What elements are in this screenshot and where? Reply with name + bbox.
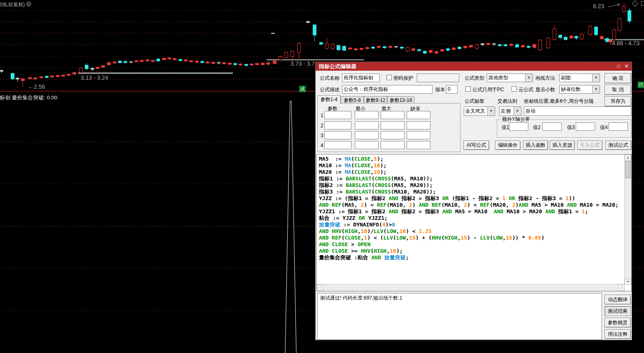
code-token: AND [442, 208, 452, 215]
code-token: BARSLAST [346, 189, 372, 195]
dropdown-arrow-icon[interactable]: ▼ [514, 107, 521, 115]
minimize-button[interactable]: □ [616, 63, 622, 69]
formula-tag-select[interactable]: 金叉死叉 ▼ [464, 106, 495, 116]
test-result-box: 测试通过! 代码长度:697,输出线个数:1 [317, 293, 602, 340]
param-input[interactable] [355, 111, 379, 119]
insert-resource-button[interactable]: 插入资源 [550, 141, 575, 150]
code-token: MA5 > MA10 [528, 202, 567, 208]
scroll-down-icon[interactable]: ▼ [625, 279, 631, 285]
code-token: AND [319, 241, 328, 247]
code-token: 指标2 := [319, 182, 346, 188]
code-token: ) - [467, 235, 480, 241]
password-protect-checkbox[interactable] [386, 75, 392, 80]
code-token: 20 [374, 169, 380, 175]
code-editor[interactable]: MA5 := MA(CLOSE,5);MA10 := MA(CLOSE,10);… [316, 154, 632, 291]
param-input[interactable] [355, 141, 379, 149]
formula-desc-input[interactable]: 公众号：程序化指标 [342, 85, 432, 94]
code-token: CLOSE [332, 248, 348, 254]
param-row-number: 2 [321, 123, 323, 129]
value3-input[interactable] [576, 122, 595, 131]
extra-y-legend: 额外Y轴分界 [501, 117, 531, 122]
param-input[interactable] [324, 131, 351, 139]
code-text[interactable]: MA5 := MA(CLOSE,5);MA10 := MA(CLOSE,10);… [319, 156, 618, 261]
close-button[interactable]: ✕ [623, 63, 630, 69]
param-input[interactable] [407, 111, 430, 119]
param-input[interactable] [407, 121, 430, 129]
ok-button[interactable]: 确 定 [604, 73, 631, 83]
code-line: AND REF(MA5, 2) < REF(MA10, 2) AND REF(M… [319, 202, 618, 208]
dialog-titlebar[interactable]: 指标公式编辑器 □ ✕ [316, 62, 632, 71]
param-input[interactable] [381, 131, 405, 139]
code-token: 10 [374, 162, 380, 168]
tab-参数1-4[interactable]: 参数1-4 [317, 95, 341, 104]
formula-type-select[interactable]: 其他类型 ▼ [487, 74, 533, 82]
param-input[interactable] [324, 121, 351, 129]
trade-rule-select[interactable]: 左侧 ▼ [499, 106, 521, 116]
code-token: OR [358, 215, 365, 221]
password-protect-label: 密码保护 [393, 75, 413, 81]
test-formula-button[interactable]: 测试公式 [605, 141, 631, 150]
code-token: ( [342, 235, 345, 241]
code-token: 粘合 := YJZZ [319, 215, 358, 221]
dropdown-arrow-icon[interactable]: ▼ [592, 74, 600, 82]
side-button-4[interactable]: 用法注释 [604, 329, 631, 339]
password-input[interactable] [417, 74, 459, 82]
side-button-3[interactable]: 参数精灵 [604, 318, 631, 328]
code-token: YJZZ := (指标1 = 指标2 [319, 195, 388, 201]
cancel-button[interactable]: 取 消 [604, 85, 631, 95]
code-token: HIGH [444, 235, 457, 241]
insert-function-button[interactable]: 插入函数 [523, 141, 548, 150]
param-header: 参数 [328, 106, 337, 111]
code-token: 2 [512, 202, 516, 208]
decimals-select[interactable]: 缺省位数 ▼ [559, 85, 600, 94]
code-token: MA5 > MA10 [452, 208, 494, 215]
save-as-button[interactable]: 另存为 [604, 96, 631, 106]
param-input[interactable] [355, 131, 379, 139]
code-token: ); [377, 156, 384, 162]
code-line: 指标1 := BARSLAST(CROSS(MA5, MA10)); [319, 175, 618, 182]
coord-line-input[interactable]: 自动 [524, 106, 631, 116]
code-line: 放量突破 := DYNAINFO(4)>0 [319, 221, 618, 228]
value2-input[interactable] [542, 122, 562, 131]
vertical-scroll-thumb[interactable] [625, 161, 631, 178]
code-token: , [406, 235, 409, 241]
param-input[interactable] [381, 121, 405, 129]
code-token: CLOSE [354, 156, 370, 162]
code-token: HIGH [345, 228, 358, 234]
code-token: CLOSE [354, 162, 370, 168]
param-input[interactable] [407, 141, 430, 149]
side-button-2[interactable]: 测试结果 [604, 306, 631, 316]
pc-only-checkbox[interactable] [465, 86, 471, 92]
ai-write-button[interactable]: AI写公式 [463, 141, 489, 150]
param-input[interactable] [381, 111, 405, 119]
code-line: 粘合 := YJZZ OR YJZZ1; [319, 215, 618, 221]
coord-line-label: 坐标线位置,最多6个,用分号分隔 [524, 98, 593, 104]
param-input[interactable] [355, 121, 379, 129]
value1-input[interactable] [509, 122, 528, 131]
edit-ops-button[interactable]: 编辑操作 [495, 141, 521, 150]
param-input[interactable] [324, 141, 351, 149]
code-token: REF [480, 202, 489, 208]
scroll-right-icon[interactable]: › [618, 284, 625, 291]
code-token: 15 [460, 235, 467, 241]
code-token: (MA5, MA20)); [391, 182, 433, 188]
dropdown-arrow-icon[interactable]: ▼ [592, 85, 600, 93]
param-input[interactable] [407, 131, 430, 139]
vertical-scrollbar[interactable]: ▲ ▼ [624, 155, 631, 285]
formula-name-label: 公式名称 [320, 75, 339, 81]
dropdown-arrow-icon[interactable]: ▼ [487, 107, 495, 115]
cloud-formula-checkbox[interactable] [511, 86, 517, 92]
param-input[interactable] [381, 141, 405, 149]
draw-method-select[interactable]: 副图 ▼ [559, 74, 600, 82]
version-input[interactable]: 0 [446, 85, 458, 94]
code-token [428, 202, 432, 208]
param-input[interactable] [324, 111, 351, 119]
value4-input[interactable] [609, 122, 628, 131]
side-button-1[interactable]: 动态翻译 [604, 295, 631, 305]
scroll-left-icon[interactable]: ‹ [317, 284, 323, 291]
scroll-up-icon[interactable]: ▲ [625, 155, 631, 161]
formula-name-input[interactable]: 程序化指标创 [342, 74, 380, 82]
dropdown-arrow-icon[interactable]: ▼ [525, 74, 532, 82]
trade-rule-value: 左侧 [501, 108, 511, 114]
horizontal-scrollbar[interactable]: ‹ › [317, 284, 625, 291]
